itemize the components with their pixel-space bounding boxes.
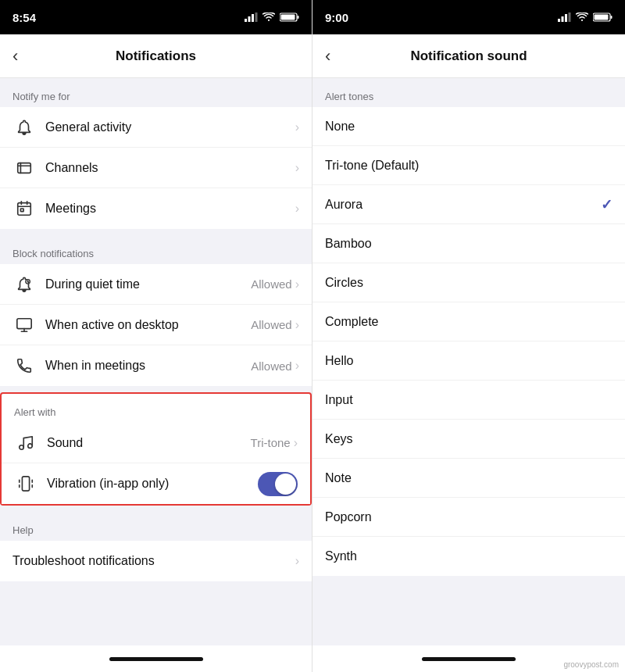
sound-item[interactable]: Sound Tri-tone › [2,423,310,463]
monitor-icon [12,316,36,334]
general-activity-item[interactable]: General activity › [0,107,312,148]
tone-item-aurora[interactable]: Aurora✓ [312,185,625,224]
meetings-notify-item[interactable]: Meetings › [0,188,312,229]
meetings-notify-chevron: › [295,202,299,216]
left-home-bar [109,657,203,661]
tone-label-synth: Synth [325,549,612,563]
tone-item-circles[interactable]: Circles [312,263,625,302]
left-status-bar: 8:54 [0,0,312,34]
quiet-time-icon [12,276,36,293]
left-status-icons [245,13,299,22]
alert-section-label: Alert with [2,394,310,423]
right-battery-icon [593,13,612,22]
right-panel: 9:00 ‹ Notification sound Alert ton [312,0,625,672]
troubleshoot-chevron: › [295,554,299,568]
calendar-icon [12,200,36,217]
alert-tones-label: Alert tones [312,78,625,107]
tone-label-note: Note [325,471,612,485]
svg-rect-11 [18,203,31,216]
right-content: Alert tones NoneTri-tone (Default)Aurora… [312,78,625,645]
quiet-time-label: During quiet time [45,277,251,291]
tone-item-tri-tone[interactable]: Tri-tone (Default) [312,146,625,185]
alert-section: Alert with Sound Tri-tone › [0,392,312,506]
channels-label: Channels [45,161,295,175]
block-section-label: Block notifications [0,235,312,264]
svg-rect-30 [562,16,564,22]
svg-rect-15 [20,209,23,212]
right-back-button[interactable]: ‹ [325,48,330,65]
right-status-icons [558,13,612,22]
sound-label: Sound [47,436,251,450]
troubleshoot-right: › [295,554,299,568]
meetings-block-label: When in meetings [45,359,251,373]
left-time: 8:54 [12,11,36,24]
tone-item-bamboo[interactable]: Bamboo [312,224,625,263]
left-content: Notify me for General activity › [0,78,312,645]
channels-right: › [295,161,299,175]
troubleshoot-item[interactable]: Troubleshoot notifications › [0,541,312,581]
tone-label-circles: Circles [325,276,612,290]
svg-rect-36 [595,15,609,20]
meetings-block-item[interactable]: When in meetings Allowed › [0,345,312,386]
tone-item-popcorn[interactable]: Popcorn [312,498,625,537]
left-home-indicator [0,645,312,672]
tone-item-keys[interactable]: Keys [312,420,625,459]
tone-item-synth[interactable]: Synth [312,537,625,576]
quiet-time-right: Allowed › [251,277,299,291]
tone-item-complete[interactable]: Complete [312,302,625,341]
tone-label-input: Input [325,393,612,407]
notify-list-group: General activity › Channels › [0,107,312,229]
vibration-item[interactable]: Vibration (in-app only) [2,463,310,504]
phone-vibrate-icon [14,475,38,492]
channels-item[interactable]: Channels › [0,148,312,188]
left-nav-title: Notifications [116,48,196,64]
notify-section-label: Notify me for [0,78,312,107]
tone-check-aurora: ✓ [601,196,612,213]
tone-item-input[interactable]: Input [312,381,625,420]
svg-point-4 [268,20,270,21]
svg-rect-32 [569,13,571,22]
general-activity-right: › [295,120,299,134]
tone-label-tri-tone: Tri-tone (Default) [325,159,612,173]
meetings-notify-right: › [295,202,299,216]
sound-value: Tri-tone [251,436,291,449]
left-back-button[interactable]: ‹ [12,48,18,65]
right-home-bar [422,657,516,661]
left-panel: 8:54 ‹ Notifications [0,0,312,672]
quiet-time-item[interactable]: During quiet time Allowed › [0,264,312,305]
svg-rect-0 [245,19,247,22]
svg-rect-24 [22,477,29,491]
tone-label-bamboo: Bamboo [325,237,612,251]
svg-rect-29 [558,19,560,22]
general-activity-chevron: › [295,120,299,134]
vibration-toggle[interactable] [258,472,298,496]
tone-item-note[interactable]: Note [312,459,625,498]
meetings-notify-label: Meetings [45,202,295,216]
quiet-time-value: Allowed [251,277,292,291]
wifi-icon [262,13,275,22]
phone-icon [12,357,36,374]
troubleshoot-label: Troubleshoot notifications [12,554,295,568]
sound-chevron: › [294,436,298,450]
right-wifi-icon [576,13,588,22]
tone-label-keys: Keys [325,432,612,446]
svg-rect-7 [281,15,295,20]
battery-icon [280,13,299,22]
svg-rect-2 [252,14,254,22]
meetings-block-chevron: › [295,359,299,373]
vibration-right [258,472,298,496]
right-nav-bar: ‹ Notification sound [312,34,625,78]
desktop-label: When active on desktop [45,318,251,332]
signal-icon [245,13,258,22]
right-nav-title: Notification sound [410,48,527,64]
desktop-item[interactable]: When active on desktop Allowed › [0,305,312,345]
vibration-label: Vibration (in-app only) [47,477,258,491]
desktop-value: Allowed [251,318,292,331]
quiet-time-chevron: › [295,277,299,291]
tone-item-none[interactable]: None [312,107,625,146]
bell-icon [12,119,36,136]
tone-label-hello: Hello [325,354,612,368]
tones-list-group: NoneTri-tone (Default)Aurora✓BambooCircl… [312,107,625,576]
block-list-group: During quiet time Allowed › When active … [0,264,312,386]
tone-item-hello[interactable]: Hello [312,341,625,381]
